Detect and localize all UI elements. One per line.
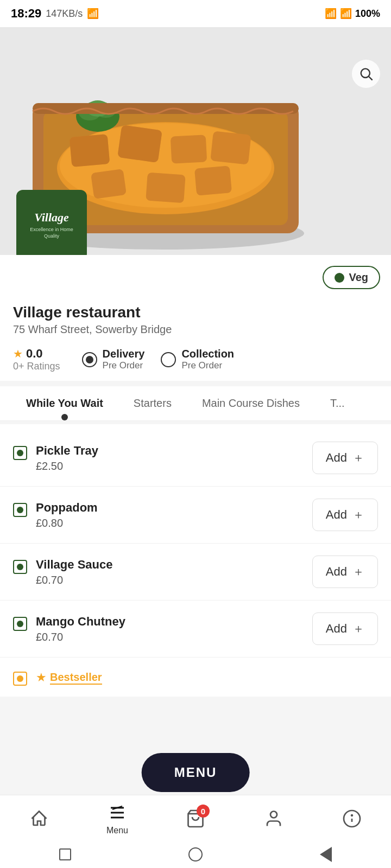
- battery-text: 100%: [355, 8, 380, 20]
- menu-item-village-sauce: Village Sauce £0.70 Add ＋: [0, 544, 391, 601]
- star-icon: ★: [13, 347, 23, 360]
- back-button[interactable]: [316, 845, 336, 864]
- order-options: Delivery Pre Order Collection Pre Order: [82, 348, 235, 371]
- add-button-poppadom[interactable]: Add ＋: [312, 499, 378, 531]
- status-icons: 📶 📶 100%: [325, 8, 380, 20]
- account-icon: [263, 808, 285, 829]
- nav-menu-label: Menu: [106, 826, 128, 835]
- rating-count: 0+ Ratings: [13, 361, 60, 372]
- menu-items-list: Pickle Tray £2.50 Add ＋ Poppadom £0.80 A…: [0, 424, 391, 697]
- delivery-radio: [82, 352, 97, 367]
- svg-rect-13: [146, 173, 185, 203]
- item-name-mango-chutney: Mango Chutney: [36, 615, 125, 629]
- restaurant-logo: Village Excellence in Home Quality: [16, 190, 87, 255]
- star-orange-icon: ★: [36, 671, 47, 685]
- delivery-labels: Delivery Pre Order: [103, 348, 145, 371]
- tab-starters[interactable]: Starters: [118, 386, 187, 420]
- restaurant-name: Village restaurant: [13, 304, 378, 321]
- network-icons: 📶: [87, 8, 99, 20]
- item-price-pickle-tray: £2.50: [36, 460, 98, 473]
- bestseller-item-partial: ★ Bestseller: [0, 658, 391, 691]
- rating-stars: ★ 0.0: [13, 347, 43, 361]
- veg-toggle-button[interactable]: Veg: [323, 266, 380, 289]
- menu-item-left: Pickle Tray £2.50: [13, 444, 98, 473]
- delivery-sublabel: Pre Order: [103, 360, 145, 371]
- hero-image: Village Excellence in Home Quality: [0, 27, 391, 255]
- delivery-option[interactable]: Delivery Pre Order: [82, 348, 145, 371]
- tab-while-you-wait[interactable]: While You Wait: [11, 386, 118, 420]
- svg-rect-10: [171, 135, 207, 163]
- nav-cart[interactable]: 0: [185, 808, 206, 829]
- menu-item-info: Pickle Tray £2.50: [36, 444, 98, 473]
- veg-dot: [17, 621, 23, 627]
- svg-line-21: [369, 76, 372, 80]
- system-nav-bar: [0, 841, 391, 868]
- veg-indicator-poppadom: [13, 503, 27, 517]
- status-bar: 18:29 147KB/s 📶 📶 📶 100%: [0, 0, 391, 27]
- restaurant-address: 75 Wharf Street, Sowerby Bridge: [13, 323, 378, 336]
- add-button-village-sauce[interactable]: Add ＋: [312, 556, 378, 588]
- veg-dot: [17, 450, 23, 456]
- delivery-label: Delivery: [103, 348, 145, 360]
- collection-option[interactable]: Collection Pre Order: [161, 348, 234, 371]
- rating-row: ★ 0.0 0+ Ratings Delivery Pre Order Coll…: [13, 347, 378, 372]
- network-speed: 147KB/s: [46, 8, 83, 20]
- logo-village: Village: [34, 210, 69, 225]
- category-tabs: While You Wait Starters Main Course Dish…: [0, 386, 391, 421]
- veg-dot: [17, 507, 23, 513]
- time: 18:29: [11, 7, 41, 21]
- add-label: Add: [326, 508, 347, 522]
- add-button-mango-chutney[interactable]: Add ＋: [312, 612, 378, 645]
- nav-menu[interactable]: Menu: [106, 802, 128, 835]
- svg-rect-9: [117, 125, 162, 163]
- signal-icon: 📶: [325, 8, 337, 20]
- restaurant-info-card: Veg Village restaurant 75 Wharf Street, …: [0, 255, 391, 381]
- collection-sublabel: Pre Order: [181, 360, 234, 371]
- menu-icon: [106, 802, 128, 824]
- menu-item-left: Village Sauce £0.70: [13, 558, 112, 586]
- menu-item-mango-chutney: Mango Chutney £0.70 Add ＋: [0, 601, 391, 658]
- item-name-pickle-tray: Pickle Tray: [36, 444, 98, 458]
- item-name-poppadom: Poppadom: [36, 501, 98, 515]
- cart-badge: 0: [197, 805, 210, 818]
- collection-label: Collection: [181, 348, 234, 360]
- tab-main-course[interactable]: Main Course Dishes: [187, 386, 315, 420]
- status-time-network: 18:29 147KB/s 📶: [11, 7, 99, 21]
- rating-block: ★ 0.0 0+ Ratings: [13, 347, 60, 372]
- recent-apps-button[interactable]: [55, 845, 75, 864]
- bottom-nav: Menu 0: [0, 795, 391, 841]
- search-icon: [358, 66, 374, 81]
- veg-toggle-label: Veg: [349, 271, 368, 284]
- home-button[interactable]: [186, 845, 205, 864]
- delivery-radio-inner: [86, 356, 93, 363]
- plus-icon: ＋: [352, 450, 364, 466]
- plus-icon: ＋: [352, 507, 364, 523]
- add-button-pickle-tray[interactable]: Add ＋: [312, 442, 378, 474]
- svg-rect-7: [70, 134, 110, 167]
- nav-info[interactable]: [341, 808, 363, 829]
- nav-home[interactable]: [28, 808, 50, 829]
- veg-dot: [17, 564, 23, 570]
- menu-item-info: Village Sauce £0.70: [36, 558, 112, 586]
- menu-item-poppadom: Poppadom £0.80 Add ＋: [0, 487, 391, 544]
- veg-dot-indicator: [335, 273, 344, 283]
- logo-subtitle: Excellence in Home Quality: [22, 227, 81, 239]
- recent-apps-icon: [59, 848, 71, 860]
- nav-account[interactable]: [263, 808, 285, 829]
- menu-float-button[interactable]: MENU: [142, 753, 250, 792]
- tab-more[interactable]: T...: [315, 386, 360, 420]
- add-label: Add: [326, 451, 347, 465]
- veg-indicator-bestseller: [13, 672, 27, 686]
- menu-item-left: Mango Chutney £0.70: [13, 615, 125, 643]
- svg-point-27: [270, 812, 277, 818]
- bestseller-badge: ★ Bestseller: [36, 671, 102, 685]
- plus-icon: ＋: [352, 621, 364, 637]
- plus-icon: ＋: [352, 564, 364, 580]
- menu-item-pickle-tray: Pickle Tray £2.50 Add ＋: [0, 430, 391, 487]
- svg-rect-11: [210, 131, 251, 164]
- rating-number: 0.0: [26, 347, 43, 361]
- search-button[interactable]: [352, 60, 380, 88]
- wifi-icon: 📶: [340, 8, 352, 20]
- info-icon: [341, 808, 363, 829]
- collection-radio: [161, 352, 176, 367]
